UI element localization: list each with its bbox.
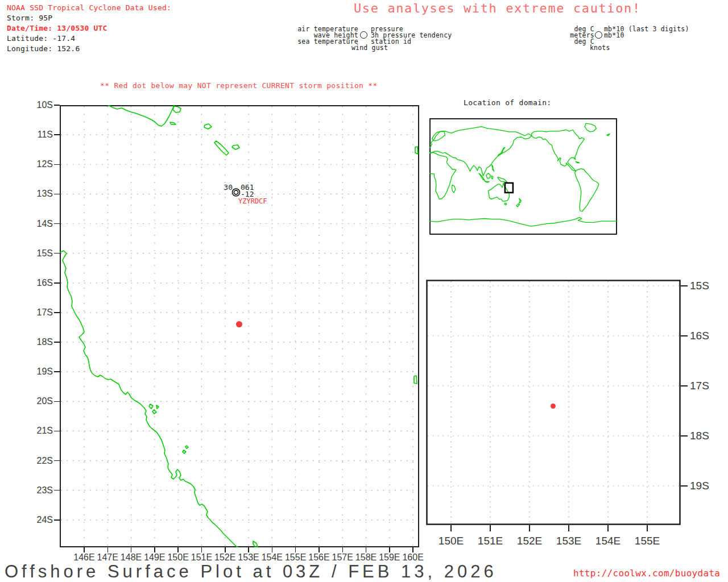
offshore-surface-plot-page: NOAA SSD Tropical Cyclone Data Used: Sto… [0, 0, 728, 582]
main-map-lon-label: 147E [96, 552, 119, 563]
main-map-lon-tick [295, 547, 296, 552]
main-map-lat-label: 24S [32, 515, 53, 525]
source-url: http://coolwx.com/buoydata [573, 568, 720, 579]
main-map-lon-tick [248, 547, 249, 552]
zoom-map-lon-label: 151E [475, 535, 505, 547]
main-map-lon-tick [177, 547, 179, 552]
main-map: 30 061 -12 YZYRDCF [60, 105, 419, 547]
zoom-map-lat-tick [681, 335, 688, 336]
main-map-lon-label: 157E [330, 552, 354, 563]
main-map-lat-tick [54, 519, 60, 521]
zoom-map-lon-label: 152E [515, 535, 544, 547]
inset-title: Location of domain: [464, 98, 551, 107]
noaa-data-line: NOAA SSD Tropical Cyclone Data Used: [7, 3, 171, 13]
main-map-lat-tick [54, 134, 60, 135]
station-plot-legend: air temperature wave height sea temperat… [284, 22, 455, 52]
zoom-map-lon-tick [529, 525, 530, 531]
main-map-lon-label: 148E [119, 552, 143, 563]
longitude-line: Longitude: 152.6 [7, 44, 171, 54]
zoom-map-lat-label: 16S [690, 330, 715, 342]
domain-rectangle [505, 183, 513, 193]
caution-banner: Use analyses with extreme caution! [354, 1, 641, 15]
station-id-label: station id [371, 38, 411, 45]
main-map-lon-tick [366, 547, 367, 552]
main-map-lat-tick [54, 223, 60, 225]
zoom-map [426, 280, 681, 525]
zoom-map-lon-tick [607, 525, 609, 531]
main-map-lon-tick [131, 547, 132, 552]
zoom-map-lon-tick [450, 525, 452, 531]
storm-position-warning: ** Red dot below may NOT represent CURRE… [100, 81, 378, 90]
main-map-lon-tick [225, 547, 226, 552]
zoom-map-lon-label: 153E [554, 535, 584, 547]
main-map-lat-tick [54, 371, 60, 372]
main-map-lon-tick [272, 547, 273, 552]
main-map-lat-label: 15S [32, 248, 53, 259]
zoom-map-canvas [426, 280, 681, 525]
main-map-lat-label: 19S [32, 367, 53, 377]
datetime-line: Date/Time: 13/0530 UTC [7, 23, 171, 34]
main-map-lat-tick [54, 105, 60, 106]
main-map-lon-tick [107, 547, 109, 552]
main-map-lon-label: 151E [189, 552, 213, 563]
page-title: Offshore Surface Plot at 03Z / FEB 13, 2… [5, 562, 497, 582]
units-legend: deg C meters deg C knots mb*10 (last 3 d… [546, 22, 705, 52]
main-map-lat-tick [54, 431, 60, 432]
storm-info-block: NOAA SSD Tropical Cyclone Data Used: Sto… [7, 3, 171, 54]
storm-position-dot [236, 321, 242, 327]
main-map-lon-label: 154E [260, 552, 284, 563]
zoom-map-lat-label: 18S [690, 430, 715, 442]
zoom-map-lon-label: 150E [436, 535, 466, 547]
zoom-map-lat-label: 19S [690, 480, 715, 492]
main-map-lon-label: 149E [143, 552, 167, 563]
zoom-map-lon-tick [568, 525, 569, 531]
main-map-lon-label: 146E [72, 552, 96, 563]
world-map-canvas [429, 118, 617, 235]
zoom-map-lat-tick [681, 285, 688, 286]
main-map-lon-tick [412, 547, 413, 552]
main-map-lon-tick [154, 547, 155, 552]
storm-line: Storm: 95P [7, 13, 171, 23]
main-map-lat-tick [54, 282, 60, 284]
zoom-map-lat-tick [681, 435, 688, 436]
main-map-lat-label: 22S [32, 456, 53, 466]
main-map-lat-tick [54, 253, 60, 254]
main-map-lat-tick [54, 490, 60, 491]
sea-temp-units: deg C [546, 38, 594, 45]
zoom-map-lat-tick [681, 485, 688, 487]
wind-gust-units: knots [590, 44, 610, 52]
main-map-lat-label: 12S [32, 159, 53, 169]
main-map-lon-label: 159E [378, 552, 402, 563]
main-map-lat-label: 14S [32, 219, 53, 229]
zoom-map-lon-label: 155E [632, 535, 662, 547]
main-map-lon-label: 152E [213, 552, 237, 563]
main-map-lon-label: 150E [166, 552, 190, 563]
main-map-lat-label: 21S [32, 426, 53, 436]
main-map-lon-tick [84, 547, 85, 552]
main-map-lat-tick [54, 342, 60, 343]
station-calm-circle-icon [228, 184, 245, 201]
main-map-lat-label: 18S [32, 337, 53, 347]
main-map-lon-tick [342, 547, 344, 552]
main-map-lat-label: 17S [32, 307, 53, 318]
main-map-lat-label: 11S [32, 130, 53, 140]
zoom-map-lat-label: 17S [690, 380, 715, 392]
main-map-lat-tick [54, 401, 60, 402]
main-map-lat-tick [54, 312, 60, 313]
storm-position-dot-zoom [551, 404, 556, 409]
main-map-lon-tick [389, 547, 390, 552]
station-circle-icon [360, 31, 367, 39]
main-map-lon-label: 160E [401, 552, 425, 563]
main-map-lon-tick [318, 547, 320, 552]
zoom-map-lon-tick [490, 525, 491, 531]
world-locator-map [429, 118, 617, 235]
zoom-map-lat-tick [681, 385, 688, 386]
main-map-lat-label: 10S [32, 100, 53, 110]
main-map-lat-label: 20S [32, 396, 53, 406]
station-circle-icon [595, 31, 602, 39]
main-map-lon-label: 158E [354, 552, 378, 563]
main-map-lat-label: 16S [32, 278, 53, 288]
main-map-lat-tick [54, 460, 60, 462]
main-map-lat-tick [54, 164, 60, 165]
main-map-lon-label: 156E [307, 552, 331, 563]
